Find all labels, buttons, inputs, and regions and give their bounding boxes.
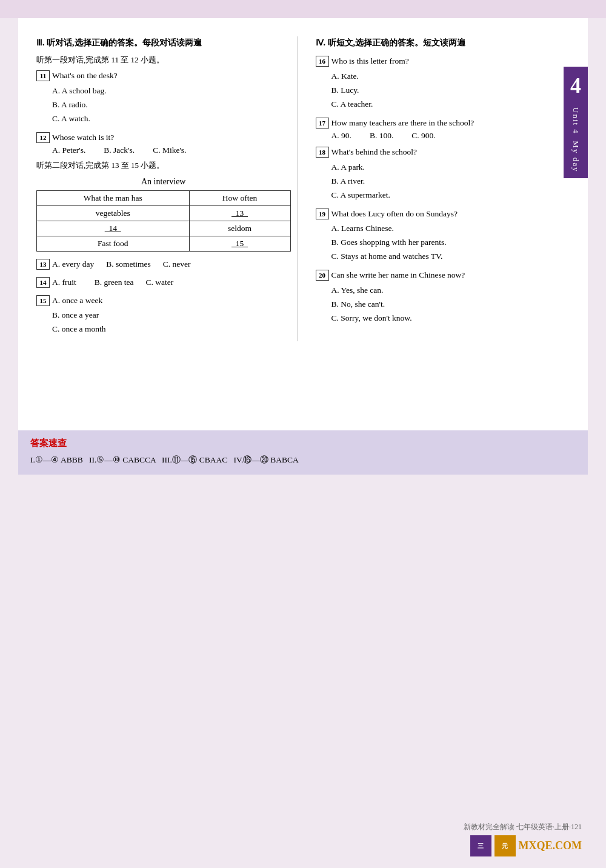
answer-content: I.①—④ ABBB II.⑤—⑩ CABCCA III.⑪—⑮ CBAAC I… bbox=[30, 453, 576, 467]
q18-optC: C. A supermarket. bbox=[331, 189, 570, 202]
q13-num: 13 bbox=[36, 259, 50, 270]
table-row3-col1: Fast food bbox=[37, 236, 190, 252]
q19-optA: A. Learns Chinese. bbox=[331, 222, 570, 236]
q13-optB: B. sometimes bbox=[106, 258, 151, 271]
q17-optB: B. 100. bbox=[370, 131, 393, 141]
q12-options: A. Peter's. B. Jack's. C. Mike's. bbox=[52, 145, 291, 155]
q17-optA: A. 90. bbox=[331, 131, 351, 141]
question-13: 13 A. every day B. sometimes C. never bbox=[36, 258, 291, 271]
question-17: 17 How many teachers are there in the sc… bbox=[316, 116, 570, 141]
q17-options: A. 90. B. 100. C. 900. bbox=[331, 131, 570, 141]
question-16: 16 Who is this letter from? A. Kate. B. … bbox=[316, 55, 570, 111]
q12-optC: C. Mike's. bbox=[153, 145, 186, 155]
q13-optA: A. every day bbox=[52, 258, 94, 271]
q17-line: 17 How many teachers are there in the sc… bbox=[316, 116, 570, 130]
q11-optC: C. A watch. bbox=[52, 112, 291, 126]
answer-title: 答案速查 bbox=[30, 438, 576, 449]
q18-num: 18 bbox=[316, 147, 329, 158]
main-content: 4 Unit 4 My day Ⅲ. 听对话,选择正确的答案。每段对话读两遍 听… bbox=[18, 18, 588, 430]
q18-text: What's behind the school? bbox=[331, 145, 418, 159]
question-19: 19 What does Lucy often do on Sundays? A… bbox=[316, 207, 570, 264]
footer-watermark: 新教材完全解读 七年级英语·上册·121 三 元 MXQE.COM bbox=[464, 822, 582, 856]
q11-optA: A. A school bag. bbox=[52, 84, 291, 98]
q13-optC: C. never bbox=[163, 258, 191, 271]
footer-book-name: 新教材完全解读 七年级英语·上册·121 bbox=[464, 822, 582, 832]
page-container: 4 Unit 4 My day Ⅲ. 听对话,选择正确的答案。每段对话读两遍 听… bbox=[0, 18, 606, 868]
q17-text: How many teachers are there in the schoo… bbox=[331, 116, 474, 130]
q19-num: 19 bbox=[316, 209, 329, 219]
q12-text: Whose watch is it? bbox=[52, 131, 114, 144]
q20-line: 20 Can she write her name in Chinese now… bbox=[316, 269, 570, 282]
q18-optA: A. A park. bbox=[331, 161, 570, 175]
q15-line: 15 A. once a week bbox=[36, 294, 291, 307]
q18-line: 18 What's behind the school? bbox=[316, 145, 570, 159]
section3-subtitle2: 听第二段对话,完成第 13 至 15 小题。 bbox=[36, 160, 291, 171]
q13-line: 13 A. every day B. sometimes C. never bbox=[36, 258, 291, 271]
question-14: 14 A. fruit B. green tea C. water bbox=[36, 276, 291, 289]
interview-section: An interview What the man has How often … bbox=[36, 177, 291, 252]
table-row1-col2: 13 bbox=[189, 206, 290, 221]
table-row1-col1: vegetables bbox=[37, 206, 190, 221]
q14-num: 14 bbox=[36, 277, 50, 288]
footer-area: 新教材完全解读 七年级英语·上册·121 三 元 MXQE.COM bbox=[0, 475, 606, 868]
question-15: 15 A. once a week B. once a year C. once… bbox=[36, 294, 291, 336]
q20-optA: A. Yes, she can. bbox=[331, 284, 570, 298]
q16-optA: A. Kate. bbox=[331, 70, 570, 84]
q20-optB: B. No, she can't. bbox=[331, 298, 570, 312]
q14-line: 14 A. fruit B. green tea C. water bbox=[36, 276, 291, 289]
q14-optC: C. water bbox=[146, 276, 174, 289]
q16-text: Who is this letter from? bbox=[331, 55, 409, 68]
q15-optB: B. once a year bbox=[52, 309, 291, 322]
content-columns: Ⅲ. 听对话,选择正确的答案。每段对话读两遍 听第一段对话,完成第 11 至 1… bbox=[36, 36, 570, 341]
q14-optB: B. green tea bbox=[95, 276, 134, 289]
interview-table: What the man has How often vegetables 13… bbox=[36, 190, 291, 252]
unit-tab: 4 Unit 4 My day bbox=[564, 67, 588, 178]
table-header-col1: What the man has bbox=[37, 191, 190, 206]
q20-num: 20 bbox=[316, 270, 329, 281]
table-row2-col1: 14 bbox=[37, 221, 190, 236]
q11-num: 11 bbox=[36, 70, 50, 81]
q14-optA: A. fruit bbox=[52, 276, 76, 289]
section3-title: Ⅲ. 听对话,选择正确的答案。每段对话读两遍 bbox=[36, 36, 291, 50]
section3-subtitle1: 听第一段对话,完成第 11 至 12 小题。 bbox=[36, 55, 291, 65]
q19-line: 19 What does Lucy often do on Sundays? bbox=[316, 207, 570, 221]
q19-text: What does Lucy often do on Sundays? bbox=[331, 207, 458, 221]
q18-optB: B. A river. bbox=[331, 175, 570, 189]
q11-line: 11 What's on the desk? bbox=[36, 69, 291, 82]
unit-number: 4 bbox=[570, 73, 581, 98]
section4-title: Ⅳ. 听短文,选择正确的答案。短文读两遍 bbox=[316, 36, 570, 50]
q19-optC: C. Stays at home and watches TV. bbox=[331, 250, 570, 264]
q12-optB: B. Jack's. bbox=[104, 145, 135, 155]
q15-optC: C. once a month bbox=[52, 322, 291, 336]
table-row3-col2: 15 bbox=[189, 236, 290, 252]
answer-section: 答案速查 I.①—④ ABBB II.⑤—⑩ CABCCA III.⑪—⑮ CB… bbox=[18, 430, 588, 475]
q20-optC: C. Sorry, we don't know. bbox=[331, 312, 570, 326]
mxqe-logo: MXQE.COM bbox=[519, 840, 582, 852]
unit-label: Unit 4 My day bbox=[571, 107, 581, 172]
q16-optC: C. A teacher. bbox=[331, 98, 570, 112]
q16-num: 16 bbox=[316, 56, 329, 67]
table-header-col2: How often bbox=[189, 191, 290, 206]
q17-num: 17 bbox=[316, 118, 329, 129]
q15-num: 15 bbox=[36, 295, 50, 306]
question-11: 11 What's on the desk? A. A school bag. … bbox=[36, 69, 291, 125]
question-12: 12 Whose watch is it? A. Peter's. B. Jac… bbox=[36, 131, 291, 156]
q15-optA: A. once a week bbox=[52, 294, 102, 307]
left-column: Ⅲ. 听对话,选择正确的答案。每段对话读两遍 听第一段对话,完成第 11 至 1… bbox=[36, 36, 298, 341]
q12-optA: A. Peter's. bbox=[52, 145, 85, 155]
q20-text: Can she write her name in Chinese now? bbox=[331, 269, 465, 282]
q12-num: 12 bbox=[36, 132, 50, 143]
question-18: 18 What's behind the school? A. A park. … bbox=[316, 145, 570, 202]
q12-line: 12 Whose watch is it? bbox=[36, 131, 291, 144]
table-row2-col2: seldom bbox=[189, 221, 290, 236]
q11-optB: B. A radio. bbox=[52, 98, 291, 112]
q17-optC: C. 900. bbox=[411, 131, 435, 141]
q11-text: What's on the desk? bbox=[52, 69, 118, 82]
q16-line: 16 Who is this letter from? bbox=[316, 55, 570, 68]
right-column: Ⅳ. 听短文,选择正确的答案。短文读两遍 16 Who is this lett… bbox=[310, 36, 570, 341]
q16-optB: B. Lucy. bbox=[331, 84, 570, 98]
q19-optB: B. Goes shopping with her parents. bbox=[331, 236, 570, 250]
interview-title: An interview bbox=[36, 177, 291, 187]
question-20: 20 Can she write her name in Chinese now… bbox=[316, 269, 570, 325]
